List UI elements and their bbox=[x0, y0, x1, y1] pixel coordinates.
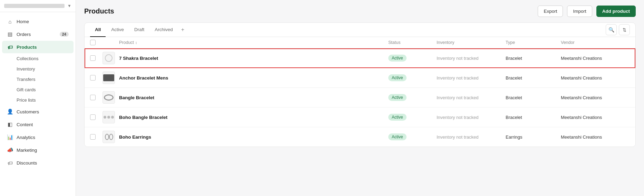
tab-draft[interactable]: Draft bbox=[129, 23, 149, 37]
add-tab-button[interactable]: + bbox=[178, 23, 187, 36]
thumb-shape bbox=[103, 74, 114, 81]
product-inventory: Inventory not tracked bbox=[437, 115, 506, 120]
add-product-button[interactable]: Add product bbox=[596, 6, 636, 17]
product-thumbnail bbox=[103, 72, 115, 84]
table-row[interactable]: Bangle Bracelet Active Inventory not tra… bbox=[85, 88, 635, 108]
sort-button[interactable]: ⇅ bbox=[619, 24, 630, 35]
tab-active[interactable]: Active bbox=[106, 23, 129, 37]
product-vendor: Meetanshi Creations bbox=[561, 115, 630, 120]
sidebar-item-inventory[interactable]: Inventory bbox=[2, 64, 74, 74]
sidebar-item-label: Analytics bbox=[17, 135, 35, 140]
product-name: Boho Bangle Bracelet bbox=[119, 115, 388, 120]
sidebar-item-label: Home bbox=[17, 19, 29, 24]
table-row[interactable]: Anchor Bracelet Mens Active Inventory no… bbox=[85, 68, 635, 88]
sidebar-item-content[interactable]: ◧ Content bbox=[2, 118, 74, 131]
row-checkbox[interactable] bbox=[90, 114, 96, 120]
sidebar-nav: ⌂ Home ▤ Orders 24 🏷 Products Collection… bbox=[0, 12, 76, 196]
tabs-row: All Active Draft Archived + 🔍 ⇅ bbox=[85, 23, 635, 37]
product-name: Bangle Bracelet bbox=[119, 95, 388, 100]
earring-thumb bbox=[103, 131, 115, 143]
product-thumbnail bbox=[103, 111, 115, 123]
select-all-checkbox[interactable] bbox=[90, 40, 96, 45]
row-checkbox[interactable] bbox=[90, 95, 96, 100]
sidebar-item-collections[interactable]: Collections bbox=[2, 54, 74, 64]
product-name: Anchor Bracelet Mens bbox=[119, 75, 388, 81]
products-icon: 🏷 bbox=[7, 44, 13, 50]
sidebar-item-home[interactable]: ⌂ Home bbox=[2, 15, 74, 28]
thumb-shape bbox=[104, 132, 113, 141]
product-vendor: Meetanshi Creations bbox=[561, 75, 630, 81]
sidebar-item-marketing[interactable]: 📣 Marketing bbox=[2, 144, 74, 156]
search-filter-icon: 🔍 bbox=[608, 27, 614, 32]
home-icon: ⌂ bbox=[7, 18, 13, 25]
product-type: Bracelet bbox=[506, 75, 561, 81]
status-badge: Active bbox=[388, 133, 407, 140]
product-inventory: Inventory not tracked bbox=[437, 75, 506, 81]
boho-thumb bbox=[103, 111, 115, 123]
product-type: Bracelet bbox=[506, 115, 561, 120]
product-thumbnail bbox=[103, 91, 115, 104]
table-row[interactable]: Boho Bangle Bracelet Active Inventory no… bbox=[85, 108, 635, 127]
main-content: Products Export Import Add product All A… bbox=[76, 0, 644, 196]
sidebar-item-label: Products bbox=[17, 45, 37, 50]
product-status: Active bbox=[388, 74, 437, 81]
product-status: Active bbox=[388, 114, 437, 121]
th-status: Status bbox=[388, 40, 437, 45]
import-button[interactable]: Import bbox=[567, 6, 592, 17]
sidebar-item-products[interactable]: 🏷 Products bbox=[2, 41, 74, 53]
store-selector[interactable]: ▼ bbox=[0, 0, 76, 12]
product-vendor: Meetanshi Creations bbox=[561, 134, 630, 140]
status-badge: Active bbox=[388, 74, 407, 81]
product-inventory: Inventory not tracked bbox=[437, 95, 506, 100]
product-inventory: Inventory not tracked bbox=[437, 56, 506, 61]
status-badge: Active bbox=[388, 55, 407, 62]
page-title: Products bbox=[84, 7, 534, 15]
row-checkbox[interactable] bbox=[90, 75, 96, 81]
sidebar-item-label: Orders bbox=[17, 32, 31, 37]
sidebar-item-gift-cards[interactable]: Gift cards bbox=[2, 85, 74, 95]
th-inventory: Inventory bbox=[437, 40, 506, 45]
product-thumbnail bbox=[103, 131, 115, 143]
table-row[interactable]: Boho Earrings Active Inventory not track… bbox=[85, 127, 635, 147]
sidebar-item-label: Marketing bbox=[17, 148, 37, 153]
sidebar: ▼ ⌂ Home ▤ Orders 24 🏷 Products Collecti… bbox=[0, 0, 76, 196]
orders-badge: 24 bbox=[60, 32, 69, 37]
anchor-thumb bbox=[103, 72, 115, 84]
transfers-label: Transfers bbox=[17, 77, 35, 82]
content-icon: ◧ bbox=[7, 121, 13, 128]
thumb-shape bbox=[104, 114, 114, 121]
sidebar-item-discounts[interactable]: 🏷 Discounts bbox=[2, 157, 74, 169]
marketing-icon: 📣 bbox=[7, 147, 13, 153]
sidebar-item-transfers[interactable]: Transfers bbox=[2, 74, 74, 84]
sidebar-item-customers[interactable]: 👤 Customers bbox=[2, 105, 74, 118]
collections-label: Collections bbox=[17, 56, 39, 61]
row-checkbox[interactable] bbox=[90, 134, 96, 140]
product-inventory: Inventory not tracked bbox=[437, 134, 506, 140]
product-type: Bracelet bbox=[506, 56, 561, 61]
product-status: Active bbox=[388, 133, 437, 140]
status-badge: Active bbox=[388, 94, 407, 101]
export-button[interactable]: Export bbox=[538, 6, 563, 17]
th-type: Type bbox=[506, 40, 561, 45]
table-row[interactable]: 7 Shakra Bracelet Active Inventory not t… bbox=[85, 48, 635, 68]
thumb-circle-placeholder bbox=[103, 52, 115, 64]
sidebar-item-orders[interactable]: ▤ Orders 24 bbox=[2, 28, 74, 40]
sidebar-item-analytics[interactable]: 📊 Analytics bbox=[2, 131, 74, 143]
product-type: Bracelet bbox=[506, 95, 561, 100]
orders-icon: ▤ bbox=[7, 31, 13, 37]
product-name: 7 Shakra Bracelet bbox=[119, 56, 388, 61]
product-vendor: Meetanshi Creations bbox=[561, 56, 630, 61]
tab-all[interactable]: All bbox=[90, 23, 106, 37]
sort-arrow-icon: ↕ bbox=[135, 40, 137, 45]
search-filter-button[interactable]: 🔍 bbox=[606, 24, 617, 35]
discounts-icon: 🏷 bbox=[7, 160, 13, 166]
gift-cards-label: Gift cards bbox=[17, 87, 36, 92]
row-checkbox[interactable] bbox=[90, 55, 96, 61]
tab-archived[interactable]: Archived bbox=[150, 23, 178, 37]
product-status: Active bbox=[388, 94, 437, 101]
th-product[interactable]: Product ↕ bbox=[119, 40, 388, 45]
sidebar-item-price-lists[interactable]: Price lists bbox=[2, 95, 74, 105]
page-header: Products Export Import Add product bbox=[76, 0, 644, 22]
sidebar-item-label: Content bbox=[17, 122, 33, 127]
customers-icon: 👤 bbox=[7, 109, 13, 115]
